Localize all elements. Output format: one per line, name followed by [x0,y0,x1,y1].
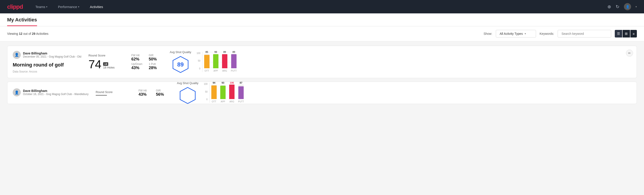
chevron-down-icon: ▾ [524,32,526,35]
card-left: 👤 Dave Billingham December 05, 2021 - Go… [13,51,81,73]
gir-label: GIR [156,89,170,92]
activity-card: ✏ 👤 Dave Billingham December 05, 2021 - … [7,46,637,78]
avatar[interactable]: 👤 [624,3,631,10]
gir-value: 56% [156,92,170,97]
score-placeholder [96,95,107,96]
bar-app: 90 APP [213,51,218,72]
viewing-text: Viewing 12 out of 29 Activities [7,32,48,36]
avg-shot-value: 89 [177,61,184,68]
bar-ott: 94 OTT [211,82,217,103]
one-putt-stat: 1 Putt 28% [148,62,162,70]
nav-teams-label: Teams [36,5,45,9]
quality-label-col: Avg Shot Quality 89 [170,50,191,74]
view-list-button[interactable]: ≡ [630,30,637,38]
bar-putt: 89 PUTT [231,51,237,72]
y-axis-labels: 100 50 0 [196,52,200,70]
page-header: My Activities [0,14,644,26]
user-info: Dave Billingham October 16, 2021 - Gog M… [23,89,88,96]
card-left: 👤 Dave Billingham October 16, 2021 - Gog… [13,88,88,97]
data-source: Data Source: Arccos [13,70,81,73]
score-section: Round Score 74 +4 18 Holes [88,54,124,70]
chevron-down-icon: ▾ [46,6,47,8]
gir-stat: GIR 50% [148,54,162,62]
page-title: My Activities [7,17,37,26]
user-name: Dave Billingham [23,52,81,55]
nav-activities[interactable]: Activities [88,0,105,14]
avatar-icon: 👤 [14,90,19,94]
chevron-down-icon: ▾ [78,6,79,8]
activity-title: Morning round of golf [13,62,81,68]
gir-label: GIR [148,54,162,57]
logo[interactable]: clippd [7,3,23,10]
quality-label-col: Avg Shot Quality [177,82,198,104]
search-input[interactable] [558,30,611,38]
updown-label: Up/Down [131,62,145,66]
stats-section: FW Hit 62% GIR 50% Up/Down 43% 1 Putt 28… [131,54,162,70]
add-icon[interactable]: ⊕ [608,4,611,9]
user-info: Dave Billingham December 05, 2021 - Gog … [23,52,81,58]
hexagon-container: 89 [170,56,191,74]
updown-stat: Up/Down 43% [131,62,145,70]
fw-hit-stat: FW Hit 62% [131,54,145,62]
avg-shot-label: Avg Shot Quality [177,82,198,85]
activity-list: ✏ 👤 Dave Billingham December 05, 2021 - … [0,41,644,108]
avatar-icon: 👤 [14,53,19,57]
activity-type-dropdown[interactable]: All Activity Types ▾ [496,30,536,38]
one-putt-label: 1 Putt [148,62,162,66]
view-toggles: ☰ ⊞ ≡ [615,30,637,38]
user-name: Dave Billingham [23,89,88,92]
user-row: 👤 Dave Billingham December 05, 2021 - Go… [13,51,81,59]
nav-activities-label: Activities [90,5,103,9]
avatar-icon: 👤 [626,5,630,8]
fw-hit-value: 43% [138,92,152,97]
gir-stat: GIR 56% [156,89,170,97]
bar-chart-area: 100 50 0 94 OTT 93 [204,83,244,103]
user-date: December 05, 2021 - Gog Magog Golf Club … [23,55,81,58]
show-label: Show: [484,32,492,36]
score-section: Round Score [96,90,132,96]
score-badge: +4 [103,62,108,66]
round-score-label: Round Score [88,54,124,57]
user-date: October 16, 2021 - Gog Magog Golf Club -… [23,92,88,96]
avatar: 👤 [13,88,21,96]
fw-hit-value: 62% [131,57,145,62]
activity-type-value: All Activity Types [500,32,523,36]
keywords-label: Keywords: [540,32,554,36]
one-putt-value: 28% [148,66,162,70]
nav-teams[interactable]: Teams ▾ [34,0,49,14]
score-holes: 18 Holes [103,66,114,69]
fw-hit-label: FW Hit [138,89,152,92]
y-axis-labels: 100 50 0 [204,83,208,100]
bar-arg: 106 ARG [229,82,234,103]
chevron-down-icon[interactable]: ▾ [636,5,637,8]
round-score-label: Round Score [96,90,132,94]
quality-section: Avg Shot Quality 100 50 0 [177,82,631,104]
hexagon-svg [179,86,196,104]
edit-button[interactable]: ✏ [626,50,633,57]
nav-performance[interactable]: Performance ▾ [56,0,81,14]
hexagon: 89 [172,56,190,74]
fw-hit-stat: FW Hit 43% [138,89,152,97]
avg-shot-label: Avg Shot Quality [170,50,191,54]
quality-section: Avg Shot Quality 89 100 50 0 [170,50,631,74]
bar-chart: 94 OTT 93 APP 106 [209,83,244,103]
fw-hit-label: FW Hit [131,54,145,57]
filter-bar: Viewing 12 out of 29 Activities Show: Al… [0,26,644,41]
svg-marker-1 [180,88,195,104]
score-row: 74 +4 18 Holes [88,58,124,70]
bar-arg: 89 ARG [222,51,228,72]
round-score-value: 74 [88,58,101,70]
activity-card: 👤 Dave Billingham October 16, 2021 - Gog… [7,82,637,104]
bar-chart: 85 OTT 90 APP [202,52,237,72]
navbar: clippd Teams ▾ Performance ▾ Activities … [0,0,644,14]
user-row: 👤 Dave Billingham October 16, 2021 - Gog… [13,88,88,96]
hexagon [179,86,196,104]
score-row [96,95,132,96]
score-details: +4 18 Holes [103,62,114,70]
nav-performance-label: Performance [58,5,77,9]
bar-chart-area: 100 50 0 85 OTT [196,52,237,72]
view-list-dense-button[interactable]: ☰ [615,30,622,38]
view-grid-button[interactable]: ⊞ [622,30,630,38]
refresh-icon[interactable]: ↻ [616,4,620,9]
bar-app: 93 APP [220,82,226,103]
